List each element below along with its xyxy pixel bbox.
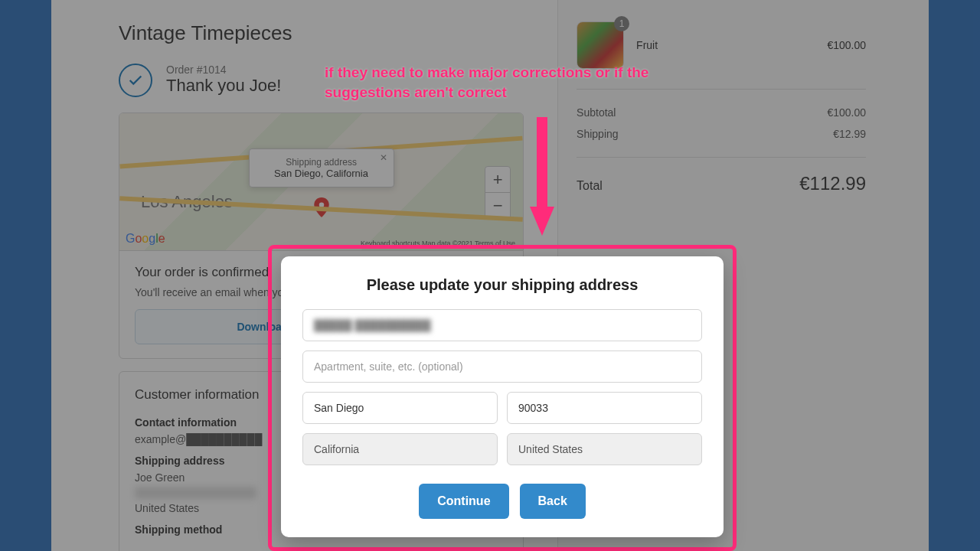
modal-title: Please update your shipping address [302,276,702,294]
back-button[interactable]: Back [520,484,586,519]
continue-button[interactable]: Continue [419,484,508,519]
city-input[interactable]: San Diego [302,392,498,424]
update-address-modal: Please update your shipping address ████… [281,256,724,537]
country-select[interactable]: United States [507,433,702,465]
annotation-text: if they need to make major corrections o… [325,63,654,102]
address1-input[interactable]: █████ ██████████ [302,309,702,341]
modal-highlight: Please update your shipping address ████… [268,245,737,551]
address2-input[interactable] [302,350,702,383]
zip-input[interactable]: 90033 [507,392,702,424]
state-select[interactable]: California [302,433,498,465]
arrow-down-icon [527,113,557,246]
